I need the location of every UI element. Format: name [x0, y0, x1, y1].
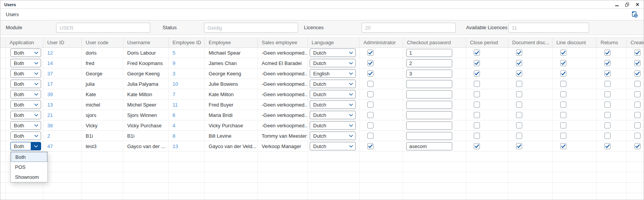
close-period-checkbox[interactable]: [474, 143, 480, 149]
close-icon[interactable]: ✕: [635, 2, 640, 7]
close-period-checkbox[interactable]: [474, 91, 480, 97]
create-checkbox[interactable]: [634, 91, 641, 97]
language-select[interactable]: Dutch: [310, 121, 356, 130]
line-discount-checkbox[interactable]: [560, 91, 566, 97]
line-discount-checkbox[interactable]: [560, 143, 566, 149]
language-select[interactable]: English: [310, 69, 356, 78]
checkout-password-input[interactable]: [406, 142, 452, 150]
user-id-link[interactable]: 39: [47, 92, 53, 97]
create-checkbox[interactable]: [634, 70, 641, 77]
returns-checkbox[interactable]: [604, 50, 611, 56]
application-select[interactable]: Both: [10, 80, 41, 88]
close-period-checkbox[interactable]: [474, 122, 480, 128]
document-discount-checkbox[interactable]: [516, 122, 522, 128]
language-select[interactable]: Dutch: [310, 111, 356, 119]
language-select[interactable]: Dutch: [310, 142, 356, 150]
document-discount-checkbox[interactable]: [516, 102, 522, 108]
column-header-application[interactable]: Application: [6, 38, 43, 47]
returns-checkbox[interactable]: [604, 70, 611, 77]
line-discount-checkbox[interactable]: [560, 122, 566, 128]
column-header-close-period[interactable]: Close period: [466, 38, 508, 47]
administrator-checkbox[interactable]: [367, 133, 373, 139]
create-checkbox[interactable]: [634, 81, 641, 87]
line-discount-checkbox[interactable]: [560, 50, 566, 56]
application-select[interactable]: Both: [10, 111, 41, 119]
column-header-document-disc[interactable]: Document disc...: [508, 38, 553, 47]
column-header-employee[interactable]: Employee: [205, 38, 258, 47]
document-discount-checkbox[interactable]: [516, 91, 522, 97]
create-checkbox[interactable]: [634, 50, 641, 56]
application-select[interactable]: Both: [10, 90, 41, 98]
available-licences-input[interactable]: [508, 23, 589, 33]
employee-id-link[interactable]: 6: [173, 112, 175, 118]
document-discount-checkbox[interactable]: [516, 50, 522, 56]
administrator-checkbox[interactable]: [367, 50, 373, 56]
application-select[interactable]: Both: [10, 132, 41, 140]
employee-id-link[interactable]: 11: [173, 102, 178, 108]
returns-checkbox[interactable]: [604, 112, 611, 118]
user-id-link[interactable]: 13: [47, 102, 53, 108]
employee-id-link[interactable]: 13: [173, 143, 178, 149]
application-select[interactable]: Both: [10, 121, 41, 130]
licences-input[interactable]: [362, 23, 456, 33]
language-select[interactable]: Dutch: [310, 100, 356, 109]
returns-checkbox[interactable]: [604, 133, 611, 139]
user-id-link[interactable]: 14: [47, 60, 53, 66]
column-header-username[interactable]: Username: [123, 38, 169, 47]
returns-checkbox[interactable]: [604, 81, 611, 87]
administrator-checkbox[interactable]: [367, 91, 373, 97]
application-select[interactable]: Both: [10, 69, 41, 78]
line-discount-checkbox[interactable]: [560, 112, 566, 118]
employee-id-link[interactable]: 4: [173, 123, 175, 128]
employee-id-link[interactable]: 10: [173, 81, 178, 87]
returns-checkbox[interactable]: [604, 102, 611, 108]
administrator-checkbox[interactable]: [367, 112, 373, 118]
column-header-sales-employee[interactable]: Sales employee: [258, 38, 308, 47]
user-id-link[interactable]: 17: [47, 81, 53, 87]
language-select[interactable]: Dutch: [310, 80, 356, 88]
create-checkbox[interactable]: [634, 122, 641, 128]
document-discount-checkbox[interactable]: [516, 81, 522, 87]
line-discount-checkbox[interactable]: [560, 70, 566, 77]
checkout-password-input[interactable]: [406, 101, 452, 109]
line-discount-checkbox[interactable]: [560, 81, 566, 87]
checkout-password-input[interactable]: [406, 49, 452, 57]
administrator-checkbox[interactable]: [367, 122, 373, 128]
document-discount-checkbox[interactable]: [516, 70, 522, 77]
administrator-checkbox[interactable]: [367, 143, 373, 149]
application-select[interactable]: Both: [10, 142, 41, 150]
administrator-checkbox[interactable]: [367, 60, 373, 66]
user-id-link[interactable]: 2: [47, 133, 50, 139]
returns-checkbox[interactable]: [604, 60, 611, 66]
employee-id-link[interactable]: 8: [173, 133, 175, 139]
close-period-checkbox[interactable]: [474, 70, 480, 77]
user-id-link[interactable]: 21: [47, 112, 53, 118]
create-checkbox[interactable]: [634, 60, 641, 66]
column-header-employee-id[interactable]: Employee ID: [169, 38, 205, 47]
column-header-checkout-password[interactable]: Checkout password: [403, 38, 466, 47]
user-id-link[interactable]: 12: [47, 50, 53, 56]
close-period-checkbox[interactable]: [474, 50, 480, 56]
document-discount-checkbox[interactable]: [516, 133, 522, 139]
column-header-line-discount[interactable]: Line discount: [553, 38, 597, 47]
user-id-link[interactable]: 47: [47, 143, 53, 149]
status-input[interactable]: [204, 23, 298, 33]
returns-checkbox[interactable]: [604, 91, 611, 97]
checkout-password-input[interactable]: [406, 80, 452, 88]
language-select[interactable]: Dutch: [310, 59, 356, 67]
checkout-password-input[interactable]: [406, 111, 452, 119]
document-discount-checkbox[interactable]: [516, 143, 522, 149]
document-discount-checkbox[interactable]: [516, 60, 522, 66]
column-header-returns[interactable]: Returns: [597, 38, 627, 47]
dropdown-option-pos[interactable]: POS: [11, 162, 47, 172]
language-select[interactable]: Dutch: [310, 48, 356, 57]
checkout-password-input[interactable]: [406, 132, 452, 140]
application-select[interactable]: Both: [10, 48, 41, 57]
employee-id-link[interactable]: 9: [173, 60, 175, 66]
column-header-language[interactable]: Language: [308, 38, 360, 47]
checkout-password-input[interactable]: [406, 70, 452, 78]
dropdown-option-both[interactable]: Both: [11, 152, 47, 162]
administrator-checkbox[interactable]: [367, 70, 373, 77]
returns-checkbox[interactable]: [604, 122, 611, 128]
column-header-admninistrator[interactable]: Admninistrator: [360, 38, 403, 47]
